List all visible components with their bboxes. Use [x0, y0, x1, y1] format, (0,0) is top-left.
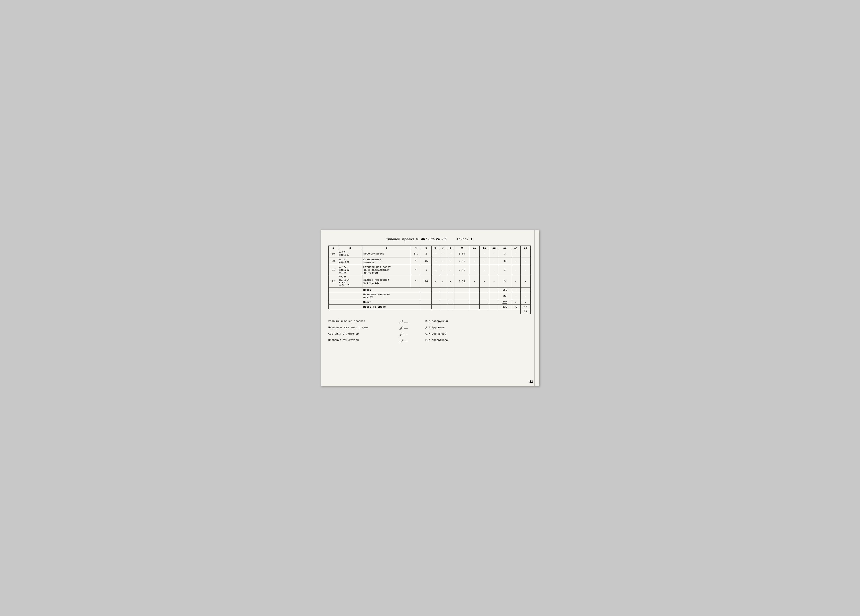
- planned-empty10: [470, 292, 480, 300]
- col-header-11: II: [479, 246, 489, 250]
- header-prefix: Типовой проект №: [386, 238, 419, 241]
- row21-col7: -: [439, 265, 447, 275]
- row19-col15: -: [521, 250, 530, 257]
- planned-col13: 20: [499, 292, 511, 300]
- sig-name-4: Е.А.Аверьянова: [423, 338, 530, 343]
- subtotal2-row: Итого 278 - -: [328, 300, 530, 305]
- row20-unit: ": [411, 257, 421, 265]
- subtotal1-empty12: [489, 288, 499, 292]
- signatures-section: Главный инженер проекта 🖊 — В.Д.Завaрушк…: [328, 319, 530, 343]
- sig-role-4: Проверил рук.группы: [328, 338, 384, 343]
- planned-empty1: [328, 292, 338, 300]
- sig-name-1: В.Д.Завaрушкин: [423, 319, 530, 324]
- subtotal2-empty1: [328, 300, 338, 305]
- row19-col10: -: [470, 250, 480, 257]
- col-header-14: I4: [511, 246, 521, 250]
- table-row: 2I п.164 стр.202 п.168 Штепсельная розет…: [328, 265, 530, 275]
- table-header-row: I 2 8 4 5 6 7 8 9 IO II I2 I3 I4 I5: [328, 246, 530, 250]
- sig-role-2: Начальник сметного отдела: [328, 326, 384, 331]
- planned-empty9: [454, 292, 470, 300]
- row19-col13: 3: [499, 250, 511, 257]
- row22-unit: ": [411, 275, 421, 288]
- planned-col14: –: [511, 292, 521, 300]
- total-empty12: [489, 305, 499, 309]
- subtotal1-empty2: [338, 288, 363, 292]
- col-header-10: IO: [470, 246, 480, 250]
- subtotal1-empty5: [421, 288, 432, 292]
- row20-col15: -: [521, 257, 530, 265]
- row22-col8: -: [447, 275, 454, 288]
- col-header-12: I2: [489, 246, 499, 250]
- row21-col10: -: [470, 265, 480, 275]
- subtotal2-empty8: [447, 300, 454, 305]
- document-header: Типовой проект № 407-09-26.85 Альбом I: [328, 237, 530, 241]
- col-header-15: I5: [521, 246, 530, 250]
- subtotal2-empty2: [338, 300, 363, 305]
- total-empty6: [432, 305, 439, 309]
- subtotal2-empty5: [421, 300, 432, 305]
- subtotal2-empty12: [489, 300, 499, 305]
- row22-name: Патрон подвесной 0,I7хI,I22: [363, 275, 411, 288]
- row21-col8: -: [447, 265, 454, 275]
- row20-name: Штепсельная розетка: [363, 257, 411, 265]
- col-header-4: 4: [411, 246, 421, 250]
- page-number: 22: [529, 380, 533, 384]
- planned-empty2: [338, 292, 363, 300]
- row19-col8: -: [447, 250, 454, 257]
- row22-col13: 3: [499, 275, 511, 288]
- subtotal1-col14: -: [511, 288, 521, 292]
- row19-col12: -: [489, 250, 499, 257]
- subtotal2-empty4: [411, 300, 421, 305]
- total-col13: 530: [499, 305, 511, 309]
- row21-col11: -: [479, 265, 489, 275]
- header-project-number: 407-09-26.85: [421, 237, 447, 241]
- total-empty9: [454, 305, 470, 309]
- row21-ref: п.164 стр.202 п.168: [338, 265, 363, 275]
- planned-empty5: [421, 292, 432, 300]
- subtotal1-empty9: [454, 288, 470, 292]
- row19-col6: -: [432, 250, 439, 257]
- row19-num: 19: [328, 250, 338, 257]
- sig-name-3: С.И.Сергачева: [423, 332, 530, 337]
- col-header-1: I: [328, 246, 338, 250]
- sig-line-2: 🖊 —: [384, 326, 423, 331]
- row22-col14: -: [511, 275, 521, 288]
- planned-col15: -: [521, 292, 530, 300]
- row20-col6: -: [432, 257, 439, 265]
- total-col14: 73: [511, 305, 521, 309]
- row20-col8: -: [447, 257, 454, 265]
- row21-col5: I: [421, 265, 432, 275]
- planned-empty12: [489, 292, 499, 300]
- row19-col14: -: [511, 250, 521, 257]
- row20-num: 20: [328, 257, 338, 265]
- subtotal2-col15: -: [521, 300, 530, 305]
- row20-col12: -: [489, 257, 499, 265]
- subtotal1-empty4: [411, 288, 421, 292]
- total-empty2: [338, 305, 363, 309]
- planned-empty11: [479, 292, 489, 300]
- row20-col10: -: [470, 257, 480, 265]
- row22-col7: -: [439, 275, 447, 288]
- table-row: 19 п.28 стр.197 Переключатель шт. 2 - - …: [328, 250, 530, 257]
- subtotal2-empty10: [470, 300, 480, 305]
- row20-ref: п.152 стр.202: [338, 257, 363, 265]
- page-edge: [534, 230, 539, 386]
- sig-line-3: 🖊 —: [384, 332, 423, 337]
- row22-col11: -: [479, 275, 489, 288]
- row22-col5: I4: [421, 275, 432, 288]
- row21-col12: -: [489, 265, 499, 275]
- subtotal1-label: Итого: [363, 288, 411, 292]
- col-header-3: 8: [363, 246, 411, 250]
- row21-name: Штепсельная розет- ка с заземляющим конт…: [363, 265, 411, 275]
- sig-line-4: 🖊 —: [384, 338, 423, 343]
- total-col15b: I4: [521, 309, 530, 314]
- row22-col15: -: [521, 275, 530, 288]
- table-row: 22 I5-07 п.7.0I4 ССРЦI, ч.5,т.5 Патрон п…: [328, 275, 530, 288]
- planned-empty7: [439, 292, 447, 300]
- row19-col9: I,57: [454, 250, 470, 257]
- row22-num: 22: [328, 275, 338, 288]
- row22-ref: I5-07 п.7.0I4 ССРЦI, ч.5,т.5: [338, 275, 363, 288]
- subtotal1-empty8: [447, 288, 454, 292]
- total-empty5: [421, 305, 432, 309]
- subtotal2-empty6: [432, 300, 439, 305]
